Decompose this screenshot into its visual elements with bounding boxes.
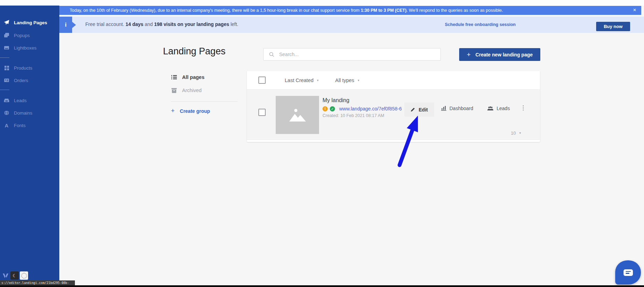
chevron-down-icon: ▾ bbox=[519, 131, 521, 135]
dashboard-button[interactable]: Dashboard bbox=[441, 106, 473, 111]
created-timestamp: Created: 10 Feb 2021 08:17 AM bbox=[323, 113, 384, 118]
filter-all-pages[interactable]: All pages bbox=[171, 74, 204, 80]
filter-archived[interactable]: Archived bbox=[171, 87, 201, 93]
per-page-value: 10 bbox=[511, 131, 516, 136]
info-icon: i bbox=[65, 21, 67, 28]
list-icon bbox=[171, 74, 177, 80]
sidebar: Landing Pages Popups Lightboxes Products… bbox=[0, 6, 59, 285]
schedule-onboarding-link[interactable]: Schedule free onboarding session bbox=[445, 22, 516, 27]
sidebar-item-label: Domains bbox=[14, 110, 32, 116]
circle-icon bbox=[21, 273, 27, 279]
kebab-menu-icon[interactable]: ⋮ bbox=[520, 104, 526, 111]
close-icon[interactable]: ✕ bbox=[633, 8, 636, 12]
sidebar-item-leads[interactable]: Leads bbox=[0, 95, 59, 106]
edit-button[interactable]: Edit bbox=[404, 102, 434, 117]
filter-divider bbox=[171, 101, 238, 102]
products-icon bbox=[3, 65, 10, 71]
create-landing-page-button[interactable]: + Create new landing page bbox=[459, 48, 540, 61]
page-name[interactable]: My landing bbox=[323, 97, 349, 104]
sidebar-item-label: Orders bbox=[14, 78, 28, 83]
search-input[interactable] bbox=[278, 51, 440, 57]
chat-widget-button[interactable] bbox=[615, 260, 641, 285]
image-placeholder-icon bbox=[286, 107, 309, 123]
orders-icon bbox=[3, 77, 10, 83]
list-toolbar: Last Created ▾ All types ▾ bbox=[247, 71, 540, 89]
lightbox-icon bbox=[3, 45, 10, 51]
select-all-checkbox[interactable] bbox=[258, 77, 266, 84]
sidebar-footer: ☾ bbox=[0, 271, 59, 280]
sidebar-item-label: Leads bbox=[14, 98, 27, 103]
sidebar-divider bbox=[0, 90, 9, 90]
sidebar-item-label: Landing Pages bbox=[14, 20, 47, 25]
inbox-icon bbox=[3, 97, 10, 104]
sidebar-divider bbox=[0, 57, 9, 58]
plus-icon: + bbox=[467, 51, 471, 59]
paper-plane-icon bbox=[3, 19, 10, 26]
sidebar-item-orders[interactable]: Orders bbox=[0, 74, 59, 86]
archive-icon bbox=[171, 87, 177, 93]
theme-toggle[interactable] bbox=[20, 271, 28, 280]
sidebar-item-label: Lightboxes bbox=[14, 45, 36, 51]
row-checkbox[interactable] bbox=[258, 109, 266, 116]
type-filter-dropdown[interactable]: All types ▾ bbox=[335, 78, 359, 83]
search-icon bbox=[269, 52, 274, 57]
brand-logo-icon bbox=[3, 273, 8, 278]
pencil-icon bbox=[411, 107, 415, 112]
dashboard-label: Dashboard bbox=[449, 106, 473, 111]
notice-banner: Today, on the 10th of February (Wednesda… bbox=[59, 6, 641, 15]
info-tab: i bbox=[59, 17, 72, 33]
moon-icon: ☾ bbox=[12, 273, 17, 278]
people-icon bbox=[487, 106, 493, 111]
per-page-dropdown[interactable]: 10 ▾ bbox=[511, 131, 521, 136]
chat-icon bbox=[624, 269, 633, 276]
trial-text: Free trial account. 14 days and 198 visi… bbox=[85, 21, 238, 27]
letter-a-icon: A bbox=[3, 122, 10, 128]
page-url-link[interactable]: www.landpage.co/7ef0f858-6 bbox=[339, 106, 402, 111]
type-filter-label: All types bbox=[335, 78, 354, 83]
sidebar-item-label: Popups bbox=[14, 33, 30, 38]
page-meta: ! ✓ www.landpage.co/7ef0f858-6 bbox=[323, 106, 402, 112]
globe-icon bbox=[3, 110, 10, 116]
popup-icon bbox=[3, 32, 10, 38]
create-group-link[interactable]: + Create group bbox=[171, 107, 210, 115]
sort-dropdown[interactable]: Last Created ▾ bbox=[285, 78, 319, 83]
bar-chart-icon bbox=[441, 106, 446, 111]
list-footer: 10 ▾ bbox=[247, 124, 540, 142]
create-group-label: Create group bbox=[180, 108, 210, 114]
link-status-tooltip: s://editor.landingi.com/21bd295-08b-4070… bbox=[0, 280, 75, 285]
search-box bbox=[263, 48, 441, 61]
dark-mode-toggle[interactable]: ☾ bbox=[10, 271, 19, 280]
sidebar-item-popups[interactable]: Popups bbox=[0, 29, 59, 41]
chevron-down-icon: ▾ bbox=[358, 79, 359, 82]
buy-now-button[interactable]: Buy now bbox=[596, 22, 630, 31]
sort-label: Last Created bbox=[285, 78, 314, 83]
sidebar-item-label: Products bbox=[14, 65, 32, 71]
top-strip bbox=[0, 0, 644, 6]
published-badge-icon: ✓ bbox=[330, 106, 335, 111]
landing-pages-card: Last Created ▾ All types ▾ My landing ! … bbox=[247, 71, 540, 142]
plus-icon: + bbox=[171, 107, 175, 115]
sidebar-item-fonts[interactable]: A Fonts bbox=[0, 119, 59, 131]
bottom-strip bbox=[0, 285, 644, 287]
sidebar-item-label: Fonts bbox=[14, 123, 26, 128]
leads-button[interactable]: Leads bbox=[487, 106, 510, 111]
notice-text: Today, on the 10th of February (Wednesda… bbox=[70, 8, 503, 13]
filter-label: Archived bbox=[182, 88, 201, 93]
leads-label: Leads bbox=[497, 106, 510, 111]
sidebar-item-domains[interactable]: Domains bbox=[0, 107, 59, 119]
page-title: Landing Pages bbox=[163, 46, 225, 57]
chevron-down-icon: ▾ bbox=[317, 79, 319, 82]
filter-label: All pages bbox=[182, 74, 204, 80]
warning-badge-icon: ! bbox=[323, 106, 328, 111]
sidebar-item-lightboxes[interactable]: Lightboxes bbox=[0, 42, 59, 54]
trial-banner: i Free trial account. 14 days and 198 vi… bbox=[59, 17, 644, 33]
sidebar-item-products[interactable]: Products bbox=[0, 62, 59, 74]
sidebar-item-landing-pages[interactable]: Landing Pages bbox=[0, 17, 59, 28]
